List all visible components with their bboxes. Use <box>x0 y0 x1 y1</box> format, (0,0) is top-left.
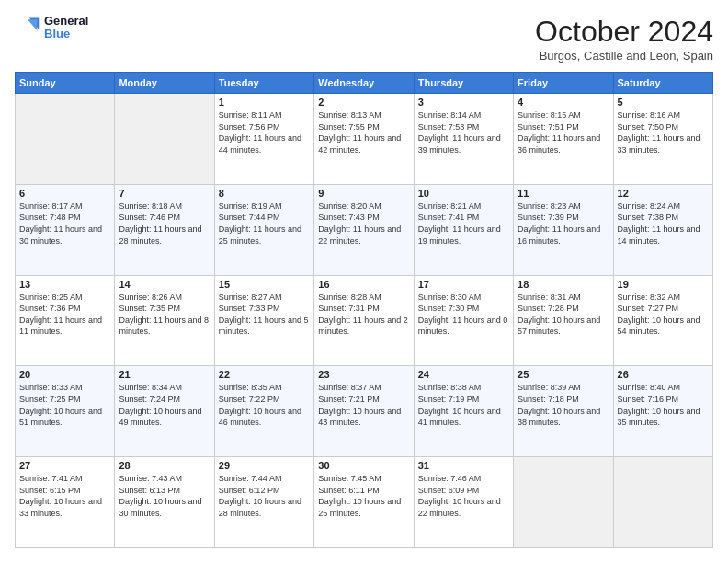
calendar-cell: 3Sunrise: 8:14 AMSunset: 7:53 PMDaylight… <box>414 94 513 185</box>
calendar-cell: 21Sunrise: 8:34 AMSunset: 7:24 PMDayligh… <box>115 366 214 457</box>
calendar-table: SundayMondayTuesdayWednesdayThursdayFrid… <box>15 72 713 548</box>
day-number: 20 <box>19 369 110 380</box>
title-area: October 2024 Burgos, Castille and Leon, … <box>535 15 713 63</box>
day-number: 13 <box>19 279 110 290</box>
week-row-3: 13Sunrise: 8:25 AMSunset: 7:36 PMDayligh… <box>16 275 713 366</box>
day-info: Sunrise: 7:45 AMSunset: 6:11 PMDaylight:… <box>318 473 409 519</box>
day-number: 23 <box>318 369 409 380</box>
day-number: 3 <box>418 97 509 108</box>
day-number: 1 <box>219 97 310 108</box>
day-info: Sunrise: 8:28 AMSunset: 7:31 PMDaylight:… <box>318 292 409 338</box>
day-info: Sunrise: 8:21 AMSunset: 7:41 PMDaylight:… <box>418 201 509 247</box>
day-number: 10 <box>418 188 509 199</box>
calendar-cell: 24Sunrise: 8:38 AMSunset: 7:19 PMDayligh… <box>414 366 513 457</box>
calendar-cell: 18Sunrise: 8:31 AMSunset: 7:28 PMDayligh… <box>514 275 613 366</box>
logo-line2: Blue <box>44 28 88 40</box>
calendar-cell: 25Sunrise: 8:39 AMSunset: 7:18 PMDayligh… <box>514 366 613 457</box>
page: General Blue October 2024 Burgos, Castil… <box>0 0 728 563</box>
day-number: 31 <box>418 460 509 471</box>
day-number: 17 <box>418 279 509 290</box>
day-info: Sunrise: 8:13 AMSunset: 7:55 PMDaylight:… <box>318 109 409 155</box>
calendar-cell: 8Sunrise: 8:19 AMSunset: 7:44 PMDaylight… <box>214 184 313 275</box>
calendar-cell: 16Sunrise: 8:28 AMSunset: 7:31 PMDayligh… <box>314 275 414 366</box>
day-number: 7 <box>119 188 210 199</box>
day-info: Sunrise: 8:27 AMSunset: 7:33 PMDaylight:… <box>219 292 310 338</box>
calendar-cell: 11Sunrise: 8:23 AMSunset: 7:39 PMDayligh… <box>514 184 613 275</box>
calendar-cell: 31Sunrise: 7:46 AMSunset: 6:09 PMDayligh… <box>414 457 513 548</box>
calendar-cell: 7Sunrise: 8:18 AMSunset: 7:46 PMDaylight… <box>115 184 214 275</box>
calendar-cell <box>16 94 115 185</box>
day-info: Sunrise: 8:19 AMSunset: 7:44 PMDaylight:… <box>219 201 310 247</box>
day-info: Sunrise: 8:14 AMSunset: 7:53 PMDaylight:… <box>418 109 509 155</box>
header: General Blue October 2024 Burgos, Castil… <box>15 15 713 63</box>
day-number: 8 <box>219 188 310 199</box>
calendar-cell: 14Sunrise: 8:26 AMSunset: 7:35 PMDayligh… <box>115 275 214 366</box>
day-info: Sunrise: 8:33 AMSunset: 7:25 PMDaylight:… <box>19 382 110 428</box>
day-number: 4 <box>518 97 609 108</box>
day-number: 27 <box>19 460 110 471</box>
day-number: 22 <box>219 369 310 380</box>
logo-line1: General <box>44 15 88 28</box>
week-row-5: 27Sunrise: 7:41 AMSunset: 6:15 PMDayligh… <box>16 457 713 548</box>
day-number: 6 <box>19 188 110 199</box>
day-number: 5 <box>618 97 709 108</box>
calendar-cell: 13Sunrise: 8:25 AMSunset: 7:36 PMDayligh… <box>16 275 115 366</box>
day-info: Sunrise: 8:38 AMSunset: 7:19 PMDaylight:… <box>418 382 509 428</box>
day-info: Sunrise: 8:11 AMSunset: 7:56 PMDaylight:… <box>219 109 310 155</box>
day-info: Sunrise: 8:39 AMSunset: 7:18 PMDaylight:… <box>518 382 609 428</box>
week-row-4: 20Sunrise: 8:33 AMSunset: 7:25 PMDayligh… <box>16 366 713 457</box>
day-info: Sunrise: 8:30 AMSunset: 7:30 PMDaylight:… <box>418 292 509 338</box>
header-row: SundayMondayTuesdayWednesdayThursdayFrid… <box>16 73 713 94</box>
day-number: 2 <box>318 97 409 108</box>
day-header-tuesday: Tuesday <box>214 73 313 94</box>
month-title: October 2024 <box>535 15 713 49</box>
day-header-saturday: Saturday <box>613 73 712 94</box>
day-number: 19 <box>618 279 709 290</box>
day-number: 26 <box>618 369 709 380</box>
logo-text: General Blue <box>44 15 88 41</box>
day-number: 14 <box>119 279 210 290</box>
calendar-cell: 26Sunrise: 8:40 AMSunset: 7:16 PMDayligh… <box>613 366 712 457</box>
day-header-friday: Friday <box>514 73 613 94</box>
calendar-cell: 1Sunrise: 8:11 AMSunset: 7:56 PMDaylight… <box>214 94 313 185</box>
day-number: 18 <box>518 279 609 290</box>
day-info: Sunrise: 8:25 AMSunset: 7:36 PMDaylight:… <box>19 292 110 338</box>
day-info: Sunrise: 8:24 AMSunset: 7:38 PMDaylight:… <box>618 201 709 247</box>
day-header-monday: Monday <box>115 73 214 94</box>
day-number: 15 <box>219 279 310 290</box>
calendar-cell: 9Sunrise: 8:20 AMSunset: 7:43 PMDaylight… <box>314 184 414 275</box>
calendar-cell <box>613 457 712 548</box>
calendar-cell: 27Sunrise: 7:41 AMSunset: 6:15 PMDayligh… <box>16 457 115 548</box>
calendar-cell: 30Sunrise: 7:45 AMSunset: 6:11 PMDayligh… <box>314 457 414 548</box>
calendar-cell: 29Sunrise: 7:44 AMSunset: 6:12 PMDayligh… <box>214 457 313 548</box>
calendar-cell <box>514 457 613 548</box>
calendar-cell: 19Sunrise: 8:32 AMSunset: 7:27 PMDayligh… <box>613 275 712 366</box>
calendar-cell: 22Sunrise: 8:35 AMSunset: 7:22 PMDayligh… <box>214 366 313 457</box>
week-row-1: 1Sunrise: 8:11 AMSunset: 7:56 PMDaylight… <box>16 94 713 185</box>
calendar-cell: 28Sunrise: 7:43 AMSunset: 6:13 PMDayligh… <box>115 457 214 548</box>
day-number: 9 <box>318 188 409 199</box>
day-info: Sunrise: 8:31 AMSunset: 7:28 PMDaylight:… <box>518 292 609 338</box>
calendar-cell: 2Sunrise: 8:13 AMSunset: 7:55 PMDaylight… <box>314 94 414 185</box>
day-info: Sunrise: 7:43 AMSunset: 6:13 PMDaylight:… <box>119 473 210 519</box>
calendar-cell: 12Sunrise: 8:24 AMSunset: 7:38 PMDayligh… <box>613 184 712 275</box>
day-number: 16 <box>318 279 409 290</box>
calendar-cell: 4Sunrise: 8:15 AMSunset: 7:51 PMDaylight… <box>514 94 613 185</box>
day-header-wednesday: Wednesday <box>314 73 414 94</box>
day-info: Sunrise: 7:46 AMSunset: 6:09 PMDaylight:… <box>418 473 509 519</box>
day-number: 25 <box>518 369 609 380</box>
day-info: Sunrise: 8:18 AMSunset: 7:46 PMDaylight:… <box>119 201 210 247</box>
day-info: Sunrise: 8:32 AMSunset: 7:27 PMDaylight:… <box>618 292 709 338</box>
day-info: Sunrise: 8:34 AMSunset: 7:24 PMDaylight:… <box>119 382 210 428</box>
logo: General Blue <box>15 15 88 41</box>
calendar-cell: 15Sunrise: 8:27 AMSunset: 7:33 PMDayligh… <box>214 275 313 366</box>
day-info: Sunrise: 8:40 AMSunset: 7:16 PMDaylight:… <box>618 382 709 428</box>
day-number: 28 <box>119 460 210 471</box>
day-header-thursday: Thursday <box>414 73 513 94</box>
day-number: 12 <box>618 188 709 199</box>
day-info: Sunrise: 8:15 AMSunset: 7:51 PMDaylight:… <box>518 109 609 155</box>
day-number: 11 <box>518 188 609 199</box>
day-number: 24 <box>418 369 509 380</box>
calendar-cell: 17Sunrise: 8:30 AMSunset: 7:30 PMDayligh… <box>414 275 513 366</box>
day-info: Sunrise: 8:17 AMSunset: 7:48 PMDaylight:… <box>19 201 110 247</box>
